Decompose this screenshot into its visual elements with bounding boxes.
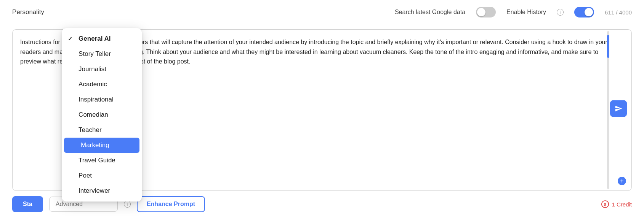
add-button[interactable]: +: [618, 177, 626, 185]
search-google-toggle-thumb: [477, 8, 485, 16]
enable-history-toggle[interactable]: [574, 7, 594, 17]
enable-history-toggle-track[interactable]: [574, 7, 594, 17]
dropdown-item-teacher[interactable]: Teacher: [62, 122, 142, 138]
dropdown-item-inspirational[interactable]: Inspirational: [62, 92, 142, 107]
char-count: 611 / 4000: [605, 9, 632, 16]
dropdown-item-travel-guide[interactable]: Travel Guide: [62, 153, 142, 168]
send-button[interactable]: [610, 100, 627, 117]
dropdown-item-marketing[interactable]: Marketing: [64, 138, 139, 153]
start-button[interactable]: Sta: [12, 196, 43, 212]
dropdown-item-journalist[interactable]: Journalist: [62, 62, 142, 77]
credit-badge: $ 1 Credit: [601, 200, 632, 208]
dropdown-item-comedian[interactable]: Comedian: [62, 107, 142, 122]
personality-dropdown: ✓General AIStory TellerJournalistAcademi…: [62, 28, 142, 202]
search-google-toggle[interactable]: [476, 7, 496, 17]
search-google-toggle-track[interactable]: [476, 7, 496, 17]
textarea-scrollbar-thumb: [607, 35, 609, 58]
dropdown-item-academic[interactable]: Academic: [62, 77, 142, 92]
send-icon: [615, 105, 622, 112]
main-container: Personality ✓General AIStory TellerJourn…: [0, 0, 644, 219]
enable-history-label: Enable History: [506, 9, 546, 16]
credit-icon: $: [601, 200, 609, 208]
enable-history-toggle-thumb: [585, 8, 593, 16]
enable-history-info-icon[interactable]: i: [557, 9, 564, 16]
personality-label: Personality: [12, 8, 44, 16]
search-google-label: Search latest Google data: [395, 9, 465, 16]
dropdown-item-general-ai[interactable]: ✓General AI: [62, 31, 142, 46]
dropdown-item-story-teller[interactable]: Story Teller: [62, 46, 142, 62]
svg-text:$: $: [604, 203, 607, 207]
textarea-scrollbar[interactable]: [607, 31, 609, 189]
credit-label: 1 Credit: [612, 201, 632, 208]
dropdown-item-poet[interactable]: Poet: [62, 168, 142, 183]
dropdown-item-interviewer[interactable]: Interviewer: [62, 183, 142, 198]
header-row: Personality ✓General AIStory TellerJourn…: [0, 0, 644, 23]
advanced-info-icon[interactable]: i: [124, 201, 131, 208]
enhance-prompt-button[interactable]: Enhance Prompt: [137, 196, 205, 212]
